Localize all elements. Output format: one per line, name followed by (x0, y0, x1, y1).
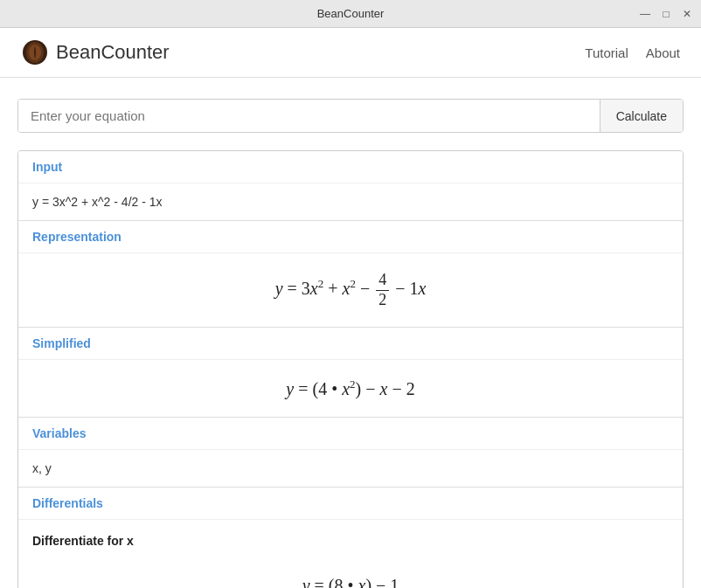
simplified-math: y = (4 • x2) − x − 2 (286, 377, 414, 399)
representation-header: Representation (18, 221, 683, 253)
window-title: BeanCounter (317, 7, 385, 20)
simplified-section: Simplified y = (4 • x2) − x − 2 (18, 328, 683, 418)
calculate-button[interactable]: Calculate (600, 100, 683, 132)
representation-section: Representation y = 3x2 + x2 − 4 2 − 1x (18, 221, 683, 328)
app-name: BeanCounter (56, 41, 170, 64)
equation-input[interactable] (18, 100, 600, 132)
results-table: Input y = 3x^2 + x^2 - 4/2 - 1x Represen… (17, 150, 684, 588)
diff-x-math: y = (8 • x) − 1 (302, 576, 399, 588)
diff-x-header: Differentiate for x (32, 530, 669, 551)
header: BeanCounter Tutorial About (0, 28, 701, 78)
tutorial-link[interactable]: Tutorial (585, 45, 628, 60)
logo-icon (21, 38, 49, 66)
representation-math: y = 3x2 + x2 − 4 2 − 1x (275, 271, 427, 309)
input-header: Input (18, 151, 683, 183)
simplified-body: y = (4 • x2) − x − 2 (18, 360, 683, 417)
close-button[interactable]: ✕ (680, 7, 694, 21)
maximize-button[interactable]: □ (659, 7, 673, 21)
fraction-4-2: 4 2 (376, 271, 389, 309)
differentials-header: Differentials (18, 488, 683, 520)
variables-value: x, y (32, 458, 52, 479)
diff-x-math-container: y = (8 • x) − 1 (32, 558, 669, 588)
variables-header: Variables (18, 418, 683, 450)
input-body: y = 3x^2 + x^2 - 4/2 - 1x (18, 183, 683, 220)
input-value: y = 3x^2 + x^2 - 4/2 - 1x (32, 191, 163, 212)
variables-body: x, y (18, 450, 683, 487)
app-container: BeanCounter Tutorial About Calculate Inp… (0, 28, 701, 588)
title-bar: BeanCounter — □ ✕ (0, 0, 701, 28)
about-link[interactable]: About (646, 45, 680, 60)
variables-section: Variables x, y (18, 418, 683, 488)
logo-area: BeanCounter (21, 38, 585, 66)
differentials-section: Differentials Differentiate for x y = (8… (18, 488, 683, 588)
representation-body: y = 3x2 + x2 − 4 2 − 1x (18, 253, 683, 327)
window-controls: — □ ✕ (638, 7, 694, 21)
nav-links: Tutorial About (585, 45, 680, 60)
input-section: Input y = 3x^2 + x^2 - 4/2 - 1x (18, 151, 683, 221)
minimize-button[interactable]: — (638, 7, 652, 21)
equation-input-section: Calculate (17, 99, 684, 133)
differentials-body: Differentiate for x y = (8 • x) − 1 Diff… (18, 520, 683, 588)
content-area[interactable]: Calculate Input y = 3x^2 + x^2 - 4/2 - 1… (0, 78, 701, 588)
simplified-header: Simplified (18, 328, 683, 360)
